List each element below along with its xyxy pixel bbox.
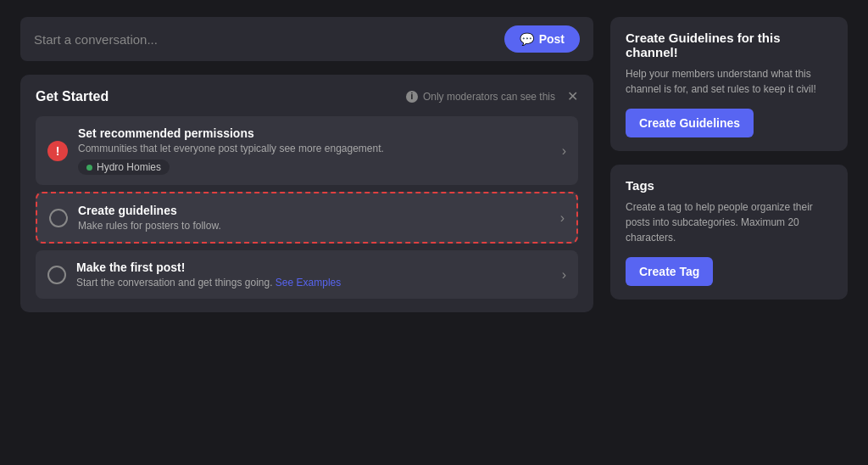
first-post-title: Make the first post! [76,261,555,274]
guidelines-card-desc: Help your members understand what this c… [626,66,832,97]
chevron-right-icon: › [560,210,565,226]
first-post-desc: Start the conversation and get things go… [76,277,555,289]
guidelines-card: Create Guidelines for this channel! Help… [610,17,848,151]
left-panel: Start a conversation... 💬 Post Get Start… [20,17,593,448]
get-started-card: Get Started i Only moderators can see th… [20,75,593,312]
right-panel: Create Guidelines for this channel! Help… [610,17,848,448]
permissions-item[interactable]: ! Set recommended permissions Communitie… [36,116,578,185]
first-post-content: Make the first post! Start the conversat… [76,261,555,289]
tag-dot [86,165,92,171]
post-input-bar: Start a conversation... 💬 Post [20,17,593,61]
error-icon: ! [47,141,68,161]
create-guidelines-button[interactable]: Create Guidelines [626,109,754,137]
guidelines-desc: Make rules for posters to follow. [78,220,554,232]
guidelines-card-title: Create Guidelines for this channel! [626,31,832,59]
chevron-right-icon: › [562,143,566,159]
info-icon: i [406,91,418,103]
create-tag-button[interactable]: Create Tag [626,257,713,286]
tags-card: Tags Create a tag to help people organiz… [610,165,848,300]
check-circle-icon [47,266,66,284]
tags-card-title: Tags [626,178,832,193]
moderator-notice: i Only moderators can see this ✕ [406,88,578,104]
guidelines-item[interactable]: Create guidelines Make rules for posters… [36,192,578,244]
tags-card-desc: Create a tag to help people organize the… [626,199,832,245]
first-post-item[interactable]: Make the first post! Start the conversat… [36,250,578,299]
see-examples-link[interactable]: See Examples [275,277,341,289]
get-started-header: Get Started i Only moderators can see th… [36,88,578,104]
permissions-title: Set recommended permissions [78,126,555,140]
guidelines-title: Create guidelines [78,204,554,217]
permissions-desc: Communities that let everyone post typic… [78,143,555,154]
post-placeholder: Start a conversation... [34,32,158,47]
permissions-tag: Hydro Homies [78,160,170,175]
guidelines-content: Create guidelines Make rules for posters… [78,204,554,232]
permissions-content: Set recommended permissions Communities … [78,126,555,175]
close-button[interactable]: ✕ [567,88,578,104]
bubble-icon: 💬 [520,32,534,46]
post-button[interactable]: 💬 Post [504,25,580,53]
get-started-title: Get Started [36,89,108,104]
check-circle-icon [49,209,68,227]
chevron-right-icon: › [562,267,566,283]
